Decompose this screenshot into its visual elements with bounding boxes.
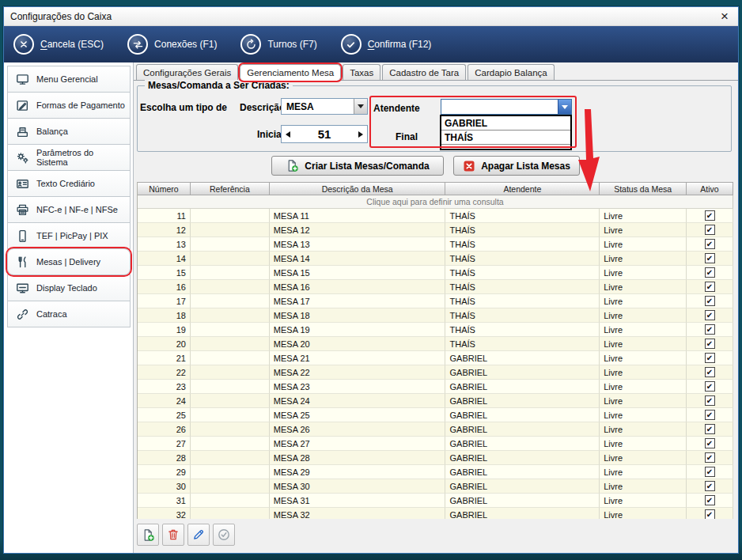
add-button[interactable] bbox=[137, 524, 159, 546]
table-row[interactable]: 25MESA 25GABRIELLivre✔ bbox=[138, 408, 733, 422]
printer-icon bbox=[15, 203, 29, 217]
sidebar-item-label: Parâmetros do Sistema bbox=[36, 148, 127, 167]
table-row[interactable]: 15MESA 15THAÍSLivre✔ bbox=[138, 266, 733, 280]
table-row[interactable]: 28MESA 28GABRIELLivre✔ bbox=[138, 451, 733, 465]
tab-gerenciamento-mesa[interactable]: Gerenciamento Mesa bbox=[240, 64, 341, 81]
table-row[interactable]: 14MESA 14THAÍSLivre✔ bbox=[138, 252, 733, 266]
chevron-down-icon[interactable] bbox=[558, 100, 571, 114]
ativo-checkbox[interactable]: ✔ bbox=[705, 296, 715, 306]
column-header-0[interactable]: Número bbox=[138, 182, 191, 195]
ativo-checkbox[interactable]: ✔ bbox=[705, 225, 715, 235]
mesas-table: NúmeroReferênciaDescrição da MesaAtenden… bbox=[137, 182, 733, 519]
descricao-cell: MESA 22 bbox=[270, 365, 446, 380]
numero-cell: 26 bbox=[138, 422, 191, 437]
ativo-checkbox[interactable]: ✔ bbox=[705, 395, 715, 406]
confirm-button[interactable] bbox=[213, 524, 235, 546]
table-row[interactable]: 13MESA 13THAÍSLivre✔ bbox=[138, 237, 733, 252]
spinner-increment[interactable] bbox=[354, 126, 367, 142]
ativo-checkbox[interactable]: ✔ bbox=[705, 452, 715, 463]
delete-button[interactable] bbox=[162, 524, 184, 546]
sidebar-item-parametros[interactable]: Parâmetros do Sistema bbox=[7, 144, 131, 171]
table-filter-row[interactable]: Clique aqui para definir uma consulta bbox=[138, 195, 733, 209]
toolbar: Cancela (ESC)Conexões (F1)Turnos (F7)Con… bbox=[4, 26, 738, 62]
sidebar-item-formas-pagamento[interactable]: Formas de Pagamento bbox=[7, 92, 131, 119]
tab-config-gerais[interactable]: Configurações Gerais bbox=[136, 64, 238, 80]
ativo-checkbox[interactable]: ✔ bbox=[705, 381, 715, 392]
table-row[interactable]: 18MESA 18THAÍSLivre✔ bbox=[138, 308, 733, 323]
column-header-4[interactable]: Status da Mesa bbox=[600, 182, 687, 195]
table-row[interactable]: 11MESA 11THAÍSLivre✔ bbox=[138, 209, 733, 223]
close-button[interactable]: × bbox=[717, 9, 732, 23]
sidebar-item-nfce[interactable]: NFC-e | NF-e | NFSe bbox=[7, 196, 131, 223]
toolbar-confirma-button[interactable]: Confirma (F12) bbox=[341, 34, 432, 55]
table-row[interactable]: 24MESA 24GABRIELLivre✔ bbox=[138, 394, 733, 408]
status-cell: Livre bbox=[600, 365, 687, 380]
table-row[interactable]: 17MESA 17THAÍSLivre✔ bbox=[138, 294, 733, 308]
sidebar-item-tef[interactable]: TEF | PicPay | PIX bbox=[7, 222, 131, 249]
ativo-checkbox[interactable]: ✔ bbox=[705, 438, 715, 448]
table-row[interactable]: 31MESA 31GABRIELLivre✔ bbox=[138, 494, 733, 508]
table-row[interactable]: 30MESA 30GABRIELLivre✔ bbox=[138, 479, 733, 494]
column-header-2[interactable]: Descrição da Mesa bbox=[270, 182, 446, 195]
ativo-checkbox[interactable]: ✔ bbox=[705, 239, 715, 249]
table-row[interactable]: 16MESA 16THAÍSLivre✔ bbox=[138, 280, 733, 294]
atendente-cell: THAÍS bbox=[445, 294, 600, 308]
ativo-checkbox[interactable]: ✔ bbox=[705, 267, 715, 278]
toolbar-turnos-button[interactable]: Turnos (F7) bbox=[240, 34, 316, 55]
tab-taxas[interactable]: Taxas bbox=[343, 64, 380, 80]
column-header-3[interactable]: Atendente bbox=[445, 182, 600, 195]
status-cell: Livre bbox=[600, 237, 687, 252]
table-row[interactable]: 23MESA 23GABRIELLivre✔ bbox=[138, 380, 733, 394]
ativo-checkbox[interactable]: ✔ bbox=[705, 467, 715, 477]
ativo-checkbox[interactable]: ✔ bbox=[705, 410, 715, 420]
tab-cadastro-tara[interactable]: Cadastro de Tara bbox=[382, 64, 466, 80]
inicial-spinner[interactable]: 51 bbox=[281, 125, 368, 143]
atendente-cell: THAÍS bbox=[445, 223, 600, 237]
atendente-combo[interactable] bbox=[441, 99, 572, 115]
delete-list-button[interactable]: Apagar Lista Mesas bbox=[453, 156, 580, 176]
sidebar-item-balanca[interactable]: Balança bbox=[7, 118, 131, 145]
descricao-cell: MESA 15 bbox=[270, 266, 446, 280]
ativo-checkbox[interactable]: ✔ bbox=[705, 310, 715, 320]
tab-cardapio-balanca[interactable]: Cardapio Balança bbox=[468, 64, 554, 80]
table-row[interactable]: 21MESA 21GABRIELLivre✔ bbox=[138, 351, 733, 365]
table-row[interactable]: 32MESA 32GABRIELLivre✔ bbox=[138, 508, 733, 519]
table-row[interactable]: 26MESA 26GABRIELLivre✔ bbox=[138, 422, 733, 437]
ativo-checkbox[interactable]: ✔ bbox=[705, 367, 715, 377]
toolbar-cancela-button[interactable]: Cancela (ESC) bbox=[13, 34, 104, 55]
sidebar-item-label: Mesas | Delivery bbox=[36, 257, 100, 267]
sidebar-item-mesas-delivery[interactable]: Mesas | Delivery bbox=[7, 248, 131, 275]
spinner-decrement[interactable] bbox=[282, 126, 294, 142]
ativo-checkbox[interactable]: ✔ bbox=[705, 353, 715, 363]
atendente-option[interactable]: GABRIEL bbox=[441, 116, 570, 131]
ativo-checkbox[interactable]: ✔ bbox=[705, 509, 715, 519]
table-row[interactable]: 12MESA 12THAÍSLivre✔ bbox=[138, 223, 733, 237]
sidebar-item-texto-crediario[interactable]: Texto Crediário bbox=[7, 170, 131, 197]
table-row[interactable]: 20MESA 20THAÍSLivre✔ bbox=[138, 337, 733, 351]
table-row[interactable]: 29MESA 29GABRIELLivre✔ bbox=[138, 465, 733, 479]
descricao-select[interactable]: MESA bbox=[281, 98, 368, 115]
table-row[interactable]: 22MESA 22GABRIELLivre✔ bbox=[138, 365, 733, 380]
chevron-down-icon[interactable] bbox=[354, 99, 367, 114]
toolbar-conexoes-button[interactable]: Conexões (F1) bbox=[127, 34, 217, 55]
ativo-checkbox[interactable]: ✔ bbox=[705, 424, 715, 434]
sidebar-item-catraca[interactable]: Catraca bbox=[7, 301, 131, 327]
column-header-5[interactable]: Ativo bbox=[687, 182, 733, 195]
ativo-checkbox[interactable]: ✔ bbox=[705, 282, 715, 292]
ativo-checkbox[interactable]: ✔ bbox=[705, 495, 715, 505]
table-row[interactable]: 27MESA 27GABRIELLivre✔ bbox=[138, 437, 733, 451]
ativo-checkbox[interactable]: ✔ bbox=[705, 324, 715, 335]
atendente-option[interactable]: THAÍS bbox=[441, 131, 570, 145]
sidebar-item-display-teclado[interactable]: Display Teclado bbox=[7, 274, 131, 301]
ativo-checkbox[interactable]: ✔ bbox=[705, 339, 715, 349]
status-cell: Livre bbox=[600, 465, 687, 479]
edit-button[interactable] bbox=[187, 524, 210, 546]
ativo-checkbox[interactable]: ✔ bbox=[705, 481, 715, 491]
create-list-button[interactable]: Criar Lista Mesas/Comanda bbox=[271, 156, 444, 176]
ativo-checkbox[interactable]: ✔ bbox=[705, 253, 715, 263]
column-header-1[interactable]: Referência bbox=[191, 182, 270, 195]
table-row[interactable]: 19MESA 19THAÍSLivre✔ bbox=[138, 323, 733, 337]
sidebar-item-menu-gerencial[interactable]: Menu Gerencial bbox=[7, 66, 131, 93]
ativo-checkbox[interactable]: ✔ bbox=[705, 210, 715, 221]
group-title: Mesas/Comanda a Ser Criadas: bbox=[145, 80, 293, 91]
